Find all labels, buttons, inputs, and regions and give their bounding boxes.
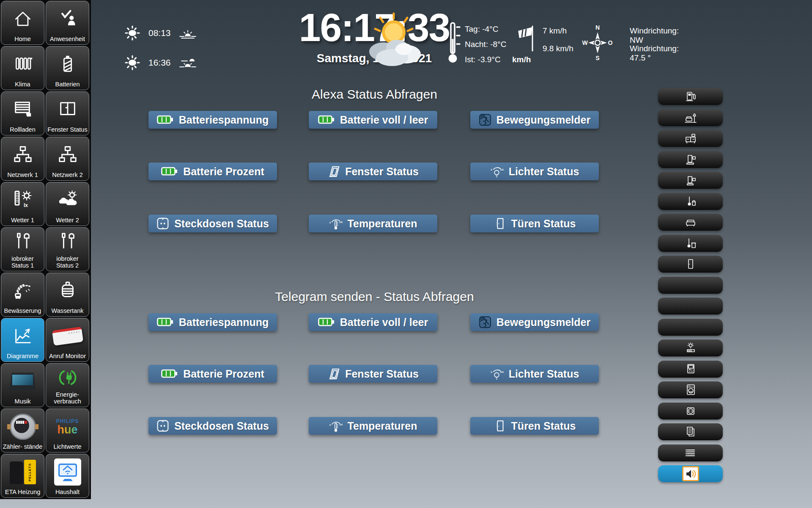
telegram-batteriespannung-button[interactable]: Batteriespannung [148,313,277,331]
room-door-icon [684,153,697,166]
rail-button-blank-1[interactable] [658,277,723,294]
sidebar-tile-haushalt[interactable]: Haushalt [46,454,89,498]
sidebar-tile-klima[interactable]: Klima [1,46,44,90]
rail-button-toilet-brush-bin[interactable] [658,235,723,252]
alexa-lichter-status-button[interactable]: Lichter Status [470,163,599,180]
sidebar-tile-iobroker-status-2[interactable]: iobroker Status 2 [46,227,89,271]
rail-button-list[interactable] [658,444,723,461]
sideboard-icon [684,132,697,145]
sunset-icon [179,58,197,70]
telegram-tueren-status-button[interactable]: Türen Status [470,417,599,435]
telegram-steckdosen-status-button[interactable]: Steckdosen Status [148,417,277,435]
sidebar-tile-anruf-monitor[interactable]: Anruf Monitor [46,318,89,362]
philips-hue-logo: PHILIPS hue [47,411,88,443]
compass-icon: N S W O [581,24,614,61]
rail-button-room-door-1[interactable] [658,151,723,168]
alexa-batterie-prozent-button[interactable]: Batterie Prozent [148,163,277,180]
pellet-boiler-image: PELLETS [2,456,43,489]
telegram-lichter-status-button[interactable]: Lichter Status [470,365,599,383]
sidebar-tile-lichtwerte[interactable]: PHILIPS hue Lichtwerte [46,409,89,453]
rail-button-door[interactable] [658,256,723,273]
sunset-time: 16:36 [148,58,171,68]
sidebar-tile-netzwerk-1[interactable]: Netzwerk 1 [1,137,44,181]
sidebar-tile-home[interactable]: Home [1,1,44,45]
presence-check-icon [47,3,88,36]
sidebar-tile-wetter-1[interactable]: lx Wetter 1 [1,182,44,226]
window-tilt-icon [327,367,340,380]
windsock-icon [516,25,536,52]
rail-button-socket[interactable] [658,403,723,420]
sidebar-tile-netzwerk-2[interactable]: Netzwerk 2 [46,137,89,181]
sidebar-tile-diagramme[interactable]: Diagramme [1,318,44,362]
lux-unit: lx [24,202,28,208]
sidebar-tile-musik[interactable]: Musik [1,363,44,407]
battery-icon [157,316,174,328]
rail-button-couch[interactable] [658,214,723,231]
echo-show-image [2,365,43,398]
rail-button-documents[interactable] [658,423,723,440]
rail-button-room-door-2[interactable] [658,172,723,189]
rail-button-blank-2[interactable] [658,298,723,315]
irrigation-icon [2,275,43,307]
alexa-batteriespannung-button[interactable]: Batteriespannung [148,111,277,129]
button-label: Batteriespannung [179,114,269,126]
header: 08:13 16:36 16:17:33 Samstag, [91,0,660,85]
rail-button-washing-machine[interactable] [658,381,723,398]
sidebar-tile-batterien[interactable]: Batterien [46,46,89,90]
sidebar-tile-rollladen[interactable]: Rollladen [1,91,44,135]
rail-button-living-room[interactable] [658,109,723,126]
telegram-bewegungsmelder-button[interactable]: Bewegungsmelder [470,313,599,331]
alexa-batterie-voll-leer-button[interactable]: Batterie voll / leer [309,111,437,129]
water-meter-image [2,411,43,443]
telegram-section: Telegram senden - Status Abfragen Batter… [91,287,658,444]
battery-icon [161,368,178,380]
rail-button-blank-3[interactable] [658,319,723,336]
alexa-fenster-status-button[interactable]: Fenster Status [309,163,437,180]
sidebar-tile-iobroker-status-1[interactable]: iobroker Status 1 [1,227,44,271]
rail-button-fuel[interactable] [658,88,723,105]
sidebar-tile-fenster-status[interactable]: Fenster Status [46,91,89,135]
battery-icon [318,316,335,328]
list-icon [684,447,697,459]
alexa-bewegungsmelder-button[interactable]: Bewegungsmelder [470,111,599,129]
telegram-batterie-voll-leer-button[interactable]: Batterie voll / leer [309,313,437,331]
fritzbox-router-image [47,320,88,353]
weather-station-icon: lx [2,184,43,217]
temp-current: Ist: -3.9°C [465,55,501,64]
rail-button-toilet-brush[interactable] [658,193,723,210]
temp-day: Tag: -4°C [465,25,498,34]
telegram-temperaturen-button[interactable]: Temperaturen [309,417,437,435]
window-tilt-icon [327,165,340,178]
door-icon [684,258,697,271]
dimmer-bulb-icon [490,165,504,178]
alexa-steckdosen-status-button[interactable]: Steckdosen Status [148,215,277,232]
sun-clouds-icon [47,184,88,217]
rail-button-sideboard[interactable] [658,130,723,147]
sidebar-tile-zaehlerstaende[interactable]: Zähler- stände [1,409,44,453]
alexa-tueren-status-button[interactable]: Türen Status [470,215,599,232]
chart-icon [2,320,43,353]
sidebar-tile-anwesenheit[interactable]: Anwesenheit [46,1,89,45]
speaker-icon [682,466,699,481]
door-icon [494,217,506,230]
rail-button-brightness[interactable] [658,340,723,356]
wind-direction-deg: Windrichtung: 47.5 ° [630,44,679,63]
telegram-fenster-status-button[interactable]: Fenster Status [309,365,437,383]
svg-text:S: S [595,55,599,61]
sidebar-tile-wetter-2[interactable]: Wetter 2 [46,182,89,226]
weather-sun-clouds-icon [357,10,432,74]
water-tank-icon [47,275,88,307]
rail-button-announce[interactable] [658,465,723,482]
sidebar-tile-eta-heizung[interactable]: PELLETS ETA Heizung [1,454,44,498]
rail-button-control-panel[interactable] [658,361,723,378]
sidebar-tile-energieverbrauch[interactable]: Energie-verbrauch [46,363,89,407]
telegram-batterie-prozent-button[interactable]: Batterie Prozent [148,365,277,383]
toilet-brush-icon [684,195,697,208]
sidebar-tile-bewaesserung[interactable]: Bewässerung [1,273,44,317]
power-socket-icon [156,217,169,230]
couch-icon [684,216,697,229]
sunrise-time: 08:13 [148,28,171,38]
fuel-pump-icon [684,90,697,103]
sidebar-tile-wassertank[interactable]: Wassertank [46,273,89,317]
alexa-temperaturen-button[interactable]: Temperaturen [309,215,437,232]
